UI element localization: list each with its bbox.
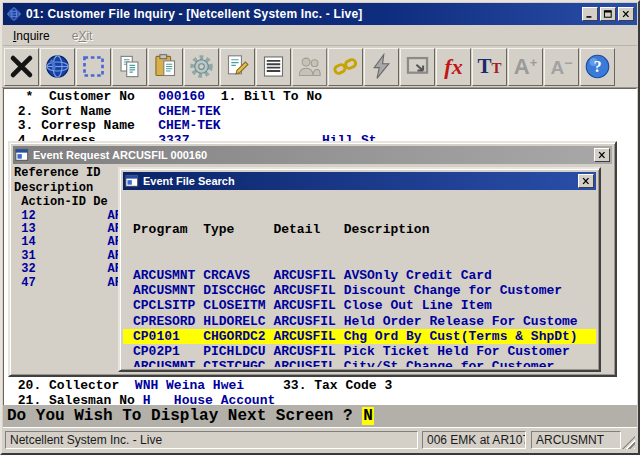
close-button[interactable] [618,7,634,21]
paste-button[interactable] [148,48,183,86]
event-file-search-titlebar[interactable]: Event File Search [123,172,596,190]
settings-button[interactable] [184,48,219,86]
menu-bar: InquireeXit [3,26,637,46]
status-panel-program: ARCUSMNT [531,431,621,449]
globe-button[interactable] [40,48,75,86]
window-controls [582,7,634,21]
search-column-headers: Program Type Detail Description [123,222,596,238]
users-button[interactable] [292,48,327,86]
menu-exit: eXit [68,27,101,45]
screen-field-line: 3. Corresp Name CHEM-TEK [10,119,377,134]
search-result-row[interactable]: CP02P1 PICHLDCU ARCUSFIL Pick Ticket Hel… [123,344,596,359]
event-file-search-window: Event File Search Program Type Detail De… [118,167,601,372]
event-request-label: Action-ID De [14,195,118,210]
font-smaller-button[interactable]: A− [544,48,579,86]
event-request-label: Reference ID [14,166,118,181]
event-file-search-title: Event File Search [143,175,578,187]
minimize-button[interactable] [582,7,598,21]
event-request-row[interactable]: 14 ARC [14,236,118,249]
copy-button[interactable] [112,48,147,86]
resize-grip[interactable] [622,436,635,449]
svg-text:?: ? [593,57,601,76]
link-button[interactable] [328,48,363,86]
font-tt-button[interactable]: TT [472,48,507,86]
event-request-list: Reference IDDescription Action-ID De 12 … [14,166,118,372]
prompt-answer-field[interactable]: N [362,407,374,425]
help-button[interactable]: ? [580,48,615,86]
app-window: 01: Customer File Inquiry - [Netcellent … [0,0,640,455]
event-request-row[interactable]: 12 ARC [14,210,118,223]
edit-document-button[interactable] [220,48,255,86]
status-bar: Netcellent System Inc. - Live 006 EMK at… [3,427,637,451]
toolbar: fxTTA+A−? [2,46,638,88]
event-request-label: Description [14,181,118,196]
screen-top-lines: * Customer No 000160 1. Bill To No 2. So… [10,90,377,148]
search-result-row[interactable]: ARCUSMNT CRCAVS ARCUSFIL AVSOnly Credit … [123,268,596,283]
window-title: 01: Customer File Inquiry - [Netcellent … [26,7,582,21]
prompt-text: Do You Wish To Display Next Screen ? [7,407,362,425]
menu-inquire[interactable]: Inquire [9,27,58,45]
screen-field-line: 20. Collector WNH Weina Hwei 33. Tax Cod… [10,379,392,394]
lightning-button[interactable] [364,48,399,86]
search-result-row[interactable]: ARCUSMNT DISCCHGC ARCUSFIL Discount Chan… [123,283,596,298]
event-file-search-list: Program Type Detail Description ARCUSMNT… [123,192,596,367]
search-result-row[interactable]: ARCUSMNT CISTCHGC ARCUSFIL City/St Chang… [123,359,596,367]
function-fx-button[interactable]: fx [436,48,471,86]
font-larger-button[interactable]: A+ [508,48,543,86]
window-titlebar: 01: Customer File Inquiry - [Netcellent … [3,3,637,25]
event-request-close-button[interactable] [594,148,610,162]
event-file-search-close-button[interactable] [578,174,594,188]
status-panel-company: Netcellent System Inc. - Live [5,431,418,449]
search-result-row[interactable]: CPCLSITP CLOSEITM ARCUSFIL Close Out Lin… [123,298,596,313]
event-request-titlebar[interactable]: Event Request ARCUSFIL 000160 [13,146,612,164]
dialog-icon [15,148,29,162]
screen-bottom-lines: 20. Collector WNH Weina Hwei 33. Tax Cod… [10,379,392,408]
event-request-row[interactable]: 13 ARC [14,223,118,236]
event-request-row[interactable]: 31 ARC [14,250,118,263]
event-request-title: Event Request ARCUSFIL 000160 [33,149,594,161]
screen-field-line: 2. Sort Name CHEM-TEK [10,105,377,120]
list-button[interactable] [256,48,291,86]
select-region-button[interactable] [76,48,111,86]
cancel-button[interactable] [4,48,39,86]
search-result-row-selected[interactable]: CP0101 CHGORDC2 ARCUSFIL Chg Ord By Cust… [123,329,596,344]
search-result-row[interactable]: CPRESORD HLDORELC ARCUSFIL Held Order Re… [123,314,596,329]
app-icon [6,6,22,22]
event-request-row[interactable]: 32 ARC [14,263,118,276]
maximize-button[interactable] [600,7,616,21]
prompt-bar: Do You Wish To Display Next Screen ? N [3,405,637,427]
dialog-icon [125,174,139,188]
export-window-button[interactable] [400,48,435,86]
status-panel-session: 006 EMK at AR107 [422,431,526,449]
event-request-row[interactable]: 47 ARC [14,277,118,290]
screen-field-line: * Customer No 000160 1. Bill To No [10,90,377,105]
